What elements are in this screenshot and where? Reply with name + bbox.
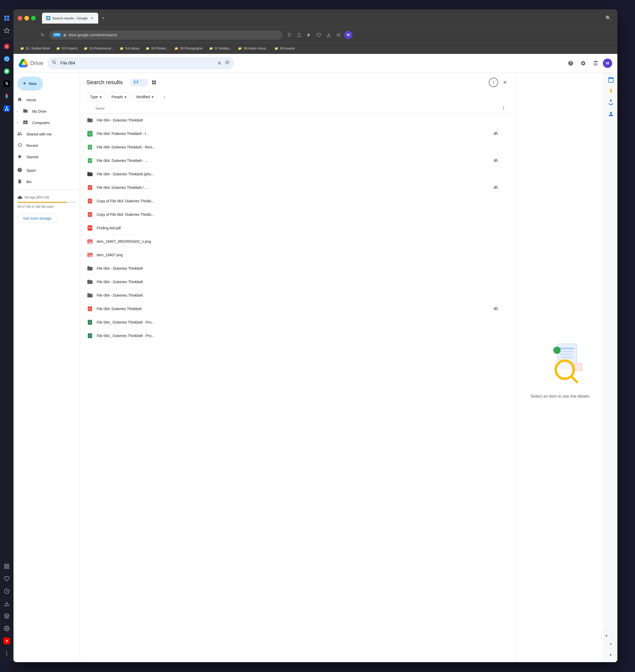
edge-calendar-button[interactable] bbox=[606, 74, 616, 85]
apps-grid-button[interactable] bbox=[590, 58, 601, 68]
profile-avatar[interactable]: M bbox=[344, 31, 352, 39]
more-filters-button[interactable]: › bbox=[160, 92, 169, 102]
settings-button[interactable] bbox=[578, 58, 588, 68]
sidebar-item-computers[interactable]: › Computers bbox=[14, 117, 77, 129]
play-icon-btn[interactable] bbox=[305, 31, 313, 39]
dock-sourcetree-app[interactable] bbox=[1, 103, 13, 114]
table-row[interactable]: File 064 - Dukeries Thinkbelt ⋮ bbox=[80, 113, 516, 127]
bookmark-s9-label: S9.Awards bbox=[280, 47, 295, 50]
close-window-button[interactable] bbox=[18, 16, 22, 20]
dock-whatsapp-app[interactable] bbox=[1, 66, 13, 77]
download-icon-btn[interactable] bbox=[325, 31, 333, 39]
table-row[interactable]: D Copy of File 064: Dukeries Thinkb... ⋮ bbox=[80, 194, 516, 208]
refresh-button[interactable]: ↻ bbox=[38, 31, 47, 39]
table-row[interactable]: D File 064: Dukeries Thinkbelt ⋮ bbox=[80, 302, 516, 316]
active-tab[interactable]: Search results - Google ✕ bbox=[42, 13, 98, 24]
get-more-storage-button[interactable]: Get more storage bbox=[18, 214, 57, 223]
vpn-badge: VPN bbox=[53, 33, 61, 37]
address-url[interactable]: drive.google.com/drive/search bbox=[69, 33, 117, 37]
bookmark-s7[interactable]: 📁 S7.Models... bbox=[206, 46, 235, 51]
browser-search-button[interactable]: 🔍 bbox=[604, 13, 613, 23]
type-filter-chevron: ▾ bbox=[100, 94, 102, 99]
table-row[interactable]: S File 064: Dukeries Thinkbelt - Revi...… bbox=[80, 140, 516, 154]
help-button[interactable] bbox=[566, 58, 576, 68]
search-options-button[interactable] bbox=[225, 60, 230, 66]
dock-settings-app[interactable] bbox=[1, 623, 13, 634]
panel-add-button[interactable]: + bbox=[601, 630, 612, 642]
bookmark-s3-label: S3.Professional... bbox=[89, 47, 113, 50]
bookmark-s9[interactable]: 📁 S9.Awards bbox=[272, 46, 298, 51]
table-row[interactable]: X File 064_ Dukeries Thinkbelt - Pro... … bbox=[80, 316, 516, 329]
sidebar-item-my-drive[interactable]: › My Drive bbox=[14, 106, 77, 117]
drive-search-bar[interactable]: ✕ bbox=[47, 57, 234, 69]
table-row[interactable]: PDF Finding Aid.pdf ⋮ bbox=[80, 221, 516, 235]
sidebar-item-recent[interactable]: Recent bbox=[14, 140, 77, 151]
edge-contacts-button[interactable] bbox=[606, 109, 616, 119]
sidebar-item-spam[interactable]: Spam bbox=[14, 165, 77, 176]
bookmark-s5[interactable]: 📁 S5.Printed... bbox=[143, 46, 171, 51]
table-row[interactable]: S File 064: Potteries Thinkbelt - l... ⋮ bbox=[80, 127, 516, 140]
svg-point-40 bbox=[503, 108, 504, 109]
dock-star-app[interactable] bbox=[1, 25, 13, 36]
heart-icon-btn[interactable] bbox=[315, 31, 323, 39]
dock-altstore-app[interactable]: A bbox=[1, 41, 13, 52]
new-button[interactable]: + New bbox=[18, 77, 43, 90]
tab-close-button[interactable]: ✕ bbox=[90, 16, 94, 20]
forward-button[interactable]: → bbox=[27, 31, 36, 39]
file-name-17: File 064_ Dukeries Thinkbelt - Pro... bbox=[97, 334, 498, 338]
dock-grid-app[interactable] bbox=[1, 561, 13, 572]
table-row[interactable]: D File 064: Dukeries Thinkbelt / ... ⋮ bbox=[80, 181, 516, 194]
modified-filter-chip[interactable]: Modified ▾ bbox=[132, 92, 158, 102]
menu-icon-btn[interactable] bbox=[334, 31, 343, 39]
bookmark-s6[interactable]: 📁 S6.Photographic bbox=[172, 46, 205, 51]
upload-icon-btn[interactable] bbox=[295, 31, 303, 39]
edge-expand-button[interactable] bbox=[606, 650, 616, 660]
tab-search-icon-btn[interactable] bbox=[285, 31, 293, 39]
dock-more-app[interactable] bbox=[1, 648, 13, 659]
table-row[interactable]: File 064 - Dukeries Thinkbelt ⋮ bbox=[80, 289, 516, 302]
new-tab-button[interactable]: + bbox=[99, 14, 108, 22]
close-results-button[interactable]: ✕ bbox=[500, 78, 509, 87]
search-clear-button[interactable]: ✕ bbox=[217, 60, 222, 66]
maximize-window-button[interactable] bbox=[31, 16, 36, 20]
table-row[interactable]: File 064 - Dukeries Thinkbelt ⋮ bbox=[80, 275, 516, 289]
file-name-7: Copy of File 064: Dukeries Thinkb... bbox=[97, 199, 498, 203]
table-row[interactable]: item_19407.png ⋮ bbox=[80, 248, 516, 262]
list-view-button[interactable] bbox=[130, 79, 148, 86]
bookmark-s3[interactable]: 📁 S3.Professional... bbox=[81, 46, 116, 51]
table-row[interactable]: item_19407_49529503432_o.png ⋮ bbox=[80, 235, 516, 248]
dock-twitter-app[interactable]: 𝕏 bbox=[1, 78, 13, 89]
table-row[interactable]: X File 064_ Dukeries Thinkbelt - Pro... … bbox=[80, 329, 516, 342]
info-button[interactable]: i bbox=[489, 78, 498, 87]
bookmark-s1[interactable]: 📁 S1. Student Work bbox=[18, 46, 52, 51]
dock-3d-app[interactable] bbox=[1, 610, 13, 622]
dock-clock-app[interactable] bbox=[1, 585, 13, 597]
table-row[interactable]: File 064 - Dukeries Thinkbelt ⋮ bbox=[80, 262, 516, 275]
table-row[interactable]: D Copy of File 064: Dukeries Thinkb... ⋮ bbox=[80, 208, 516, 221]
sidebar-item-home[interactable]: Home bbox=[14, 94, 77, 106]
table-row[interactable]: S File 064: Dukeries Thinkbelt - ... ⋮ bbox=[80, 154, 516, 167]
sidebar-item-starred[interactable]: Starred bbox=[14, 151, 77, 163]
dock-download-app[interactable] bbox=[1, 598, 13, 609]
bookmark-s8[interactable]: 📁 S8.Audio-Visual... bbox=[235, 46, 270, 51]
back-button[interactable]: ← bbox=[17, 31, 25, 39]
user-avatar[interactable]: M bbox=[603, 59, 612, 68]
bookmark-s2[interactable]: 📁 S2.Projects bbox=[54, 46, 80, 51]
dock-figma-app[interactable] bbox=[1, 90, 13, 102]
type-filter-chip[interactable]: Type ▾ bbox=[86, 92, 106, 102]
dock-heart-app[interactable] bbox=[1, 573, 13, 584]
table-row[interactable]: File 064 - Dukeries Thinkbelt (pho... ⋮ bbox=[80, 167, 516, 181]
sidebar-item-bin[interactable]: Bin bbox=[14, 176, 77, 187]
minimize-window-button[interactable] bbox=[24, 16, 29, 20]
dock-home-app[interactable] bbox=[1, 13, 13, 24]
search-input[interactable] bbox=[60, 61, 214, 66]
edge-tasks-button[interactable] bbox=[606, 97, 616, 108]
grid-view-button[interactable] bbox=[149, 78, 159, 87]
people-filter-chip[interactable]: People ▾ bbox=[108, 92, 130, 102]
sidebar-item-shared[interactable]: Shared with me bbox=[14, 129, 77, 140]
edge-keep-button[interactable] bbox=[606, 86, 616, 96]
dock-youtube-app[interactable] bbox=[1, 635, 13, 647]
search-submit-button[interactable] bbox=[51, 60, 57, 67]
bookmark-s4[interactable]: 📁 S4.Library bbox=[117, 46, 142, 51]
dock-messenger-app[interactable] bbox=[1, 53, 13, 65]
